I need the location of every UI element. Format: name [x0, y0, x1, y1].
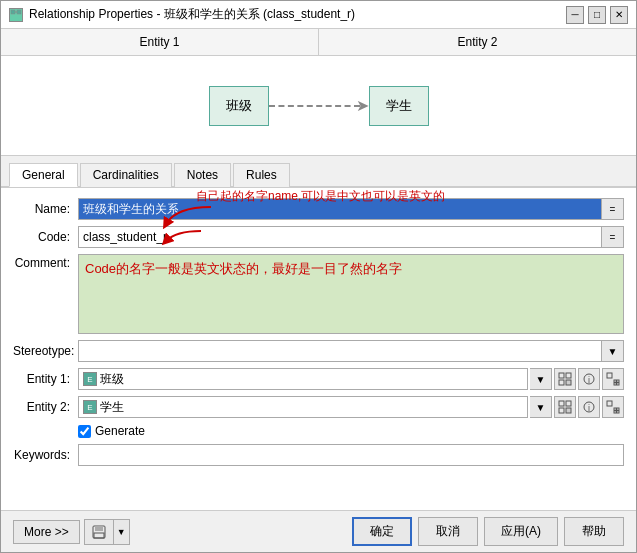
svg-text:i: i	[588, 375, 590, 385]
title-controls: ─ □ ✕	[566, 6, 628, 24]
code-input-menu-button[interactable]: =	[602, 226, 624, 248]
svg-rect-17	[559, 408, 564, 413]
window-title: Relationship Properties - 班级和学生的关系 (clas…	[29, 6, 355, 23]
cancel-button[interactable]: 取消	[418, 517, 478, 546]
entity2-icon: E	[83, 400, 97, 414]
entity1-wrapper: E 班级 ▼ i	[78, 368, 624, 390]
name-input-wrapper: =	[78, 198, 624, 220]
save-controls: ▼	[84, 519, 130, 545]
main-window: Relationship Properties - 班级和学生的关系 (clas…	[0, 0, 637, 553]
svg-rect-0	[11, 10, 15, 14]
title-bar-left: Relationship Properties - 班级和学生的关系 (clas…	[9, 6, 355, 23]
svg-rect-18	[566, 408, 571, 413]
entity2-header: Entity 2	[319, 29, 636, 55]
apply-button[interactable]: 应用(A)	[484, 517, 558, 546]
tab-rules[interactable]: Rules	[233, 163, 290, 187]
entity1-value: 班级	[100, 371, 124, 388]
code-input-wrapper: =	[78, 226, 624, 248]
tab-general[interactable]: General	[9, 163, 78, 187]
svg-rect-8	[566, 380, 571, 385]
stereotype-row: Stereotype: ▼	[13, 340, 624, 362]
svg-rect-21	[607, 401, 612, 406]
entity-header: Entity 1 Entity 2	[1, 29, 636, 56]
minimize-button[interactable]: ─	[566, 6, 584, 24]
svg-rect-15	[559, 401, 564, 406]
tabs-row: General Cardinalities Notes Rules	[1, 156, 636, 187]
entity1-header: Entity 1	[1, 29, 319, 55]
confirm-button[interactable]: 确定	[352, 517, 412, 546]
code-input[interactable]	[78, 226, 602, 248]
svg-rect-26	[95, 526, 103, 531]
entity1-edit-button[interactable]: i	[578, 368, 600, 390]
close-button[interactable]: ✕	[610, 6, 628, 24]
svg-rect-6	[566, 373, 571, 378]
arrow-head-icon: ➤	[356, 96, 369, 115]
entity1-icon: E	[83, 372, 97, 386]
bottom-left: More >> ▼	[13, 519, 130, 545]
name-input[interactable]	[78, 198, 602, 220]
entity2-new-button[interactable]	[602, 396, 624, 418]
help-button[interactable]: 帮助	[564, 517, 624, 546]
stereotype-label: Stereotype:	[13, 344, 78, 358]
bottom-right: 确定 取消 应用(A) 帮助	[352, 517, 624, 546]
entity2-wrapper: E 学生 ▼ i	[78, 396, 624, 418]
generate-row: Generate	[78, 424, 624, 438]
svg-rect-16	[566, 401, 571, 406]
entity2-label: Entity 2:	[13, 400, 78, 414]
svg-rect-7	[559, 380, 564, 385]
generate-label: Generate	[95, 424, 145, 438]
diagram-entity1: 班级	[209, 86, 269, 126]
save-dropdown-button[interactable]: ▼	[114, 519, 130, 545]
entity1-row: Entity 1: E 班级 ▼ i	[13, 368, 624, 390]
name-row: Name: =	[13, 198, 624, 220]
relation-line: ➤	[269, 96, 369, 115]
diagram-area: 班级 ➤ 学生	[1, 56, 636, 156]
keywords-input[interactable]	[78, 444, 624, 466]
entity2-value: 学生	[100, 399, 124, 416]
tab-notes[interactable]: Notes	[174, 163, 231, 187]
form-area: 自己起的名字name,可以是中文也可以是英文的 Name: =	[1, 187, 636, 510]
entity2-row: Entity 2: E 学生 ▼ i	[13, 396, 624, 418]
diagram-entities: 班级 ➤ 学生	[169, 86, 469, 126]
generate-checkbox[interactable]	[78, 425, 91, 438]
keywords-label: Keywords:	[13, 448, 78, 462]
stereotype-wrapper: ▼	[78, 340, 624, 362]
entity1-label: Entity 1:	[13, 372, 78, 386]
keywords-row: Keywords:	[13, 444, 624, 466]
code-label: Code:	[13, 230, 78, 244]
tab-cardinalities[interactable]: Cardinalities	[80, 163, 172, 187]
diagram-entity2: 学生	[369, 86, 429, 126]
comment-row: Comment: Code的名字一般是英文状态的，最好是一目了然的名字	[13, 254, 624, 334]
svg-rect-27	[94, 533, 104, 538]
comment-label: Comment:	[13, 254, 78, 270]
title-bar: Relationship Properties - 班级和学生的关系 (clas…	[1, 1, 636, 29]
more-button[interactable]: More >>	[13, 520, 80, 544]
stereotype-dropdown-button[interactable]: ▼	[602, 340, 624, 362]
name-label: Name:	[13, 202, 78, 216]
window-icon	[9, 8, 23, 22]
maximize-button[interactable]: □	[588, 6, 606, 24]
entity1-dropdown-button[interactable]: ▼	[530, 368, 552, 390]
save-button[interactable]	[84, 519, 114, 545]
svg-rect-5	[559, 373, 564, 378]
entity1-browse-button[interactable]	[554, 368, 576, 390]
comment-input[interactable]: Code的名字一般是英文状态的，最好是一目了然的名字	[78, 254, 624, 334]
svg-rect-11	[607, 373, 612, 378]
entity1-new-button[interactable]	[602, 368, 624, 390]
svg-text:i: i	[588, 403, 590, 413]
bottom-bar: More >> ▼ 确定 取消 应用(A) 帮助	[1, 510, 636, 552]
entity2-dropdown-button[interactable]: ▼	[530, 396, 552, 418]
entity2-edit-button[interactable]: i	[578, 396, 600, 418]
stereotype-input[interactable]	[78, 340, 602, 362]
name-input-menu-button[interactable]: =	[602, 198, 624, 220]
entity2-browse-button[interactable]	[554, 396, 576, 418]
code-row: Code: =	[13, 226, 624, 248]
dashed-line	[269, 105, 360, 107]
svg-rect-1	[17, 10, 21, 14]
